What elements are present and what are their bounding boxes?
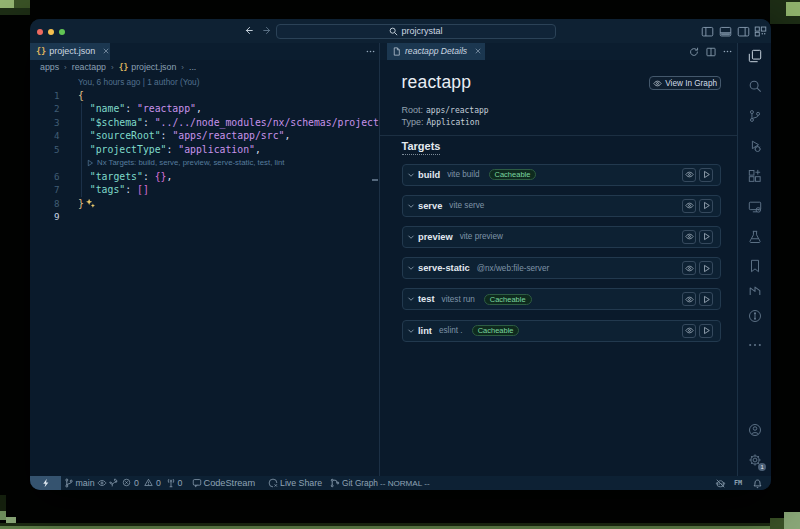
source-control-icon[interactable]: [748, 109, 762, 123]
view-target-button[interactable]: [682, 261, 696, 275]
search-icon[interactable]: [748, 79, 762, 93]
notifications-bell-icon[interactable]: [751, 476, 765, 490]
wallpaper-block: [0, 495, 6, 512]
target-row-preview[interactable]: preview vite preview: [402, 226, 721, 248]
code-line: "tags": []: [78, 183, 379, 197]
code-token: {: [78, 90, 84, 101]
run-debug-icon[interactable]: [748, 139, 762, 153]
testing-icon[interactable]: [748, 230, 762, 244]
view-target-button[interactable]: [682, 292, 696, 306]
additional-views-icon[interactable]: [748, 338, 762, 352]
refresh-icon[interactable]: [689, 47, 699, 57]
nx-targets-codelens[interactable]: Nx Targets: build, serve, preview, serve…: [86, 156, 285, 170]
close-tab-icon[interactable]: [474, 47, 482, 55]
target-row-lint[interactable]: lint eslint . Cacheable: [402, 320, 721, 342]
seedling-icon[interactable]: [109, 478, 119, 488]
target-row-serve[interactable]: serve vite serve: [402, 195, 721, 217]
target-row-test[interactable]: test vitest run Cacheable: [402, 288, 721, 310]
code-token: :: [143, 117, 155, 128]
toggle-panel-icon[interactable]: [719, 25, 732, 38]
view-target-button[interactable]: [682, 324, 696, 338]
code-line: "targets": {},: [78, 170, 379, 184]
project-title: reactapp: [402, 72, 472, 93]
tab-project-json[interactable]: {} project.json: [30, 43, 110, 60]
view-target-button[interactable]: [682, 168, 696, 182]
toggle-primary-sidebar-icon[interactable]: [701, 25, 714, 38]
line-number-active: 9: [30, 210, 60, 224]
breadcrumb-item[interactable]: ...: [189, 62, 196, 72]
project-details-view: reactapp View In Graph Root:apps/reactap…: [380, 60, 738, 477]
command-center-search[interactable]: projcrystal: [276, 24, 556, 39]
git-graph-view-icon[interactable]: [748, 309, 762, 323]
customize-layout-icon[interactable]: [754, 25, 767, 38]
remote-indicator[interactable]: [30, 476, 61, 490]
explorer-icon[interactable]: [748, 49, 762, 63]
tab-reactapp-details[interactable]: reactapp Details: [387, 43, 485, 60]
more-actions-icon[interactable]: [723, 47, 732, 56]
breadcrumb-item[interactable]: project.json: [131, 62, 176, 72]
wallpaper-block: [786, 2, 800, 16]
chevron-down-icon[interactable]: [407, 264, 415, 272]
error-count: 0: [134, 478, 139, 488]
run-target-button[interactable]: [699, 292, 713, 306]
chevron-down-icon[interactable]: [407, 171, 415, 179]
run-target-button[interactable]: [699, 168, 713, 182]
liveshare-status-item[interactable]: Live Share: [268, 476, 322, 490]
code-token: [78, 117, 90, 128]
extensions-icon[interactable]: [748, 169, 762, 183]
split-editor-icon[interactable]: [706, 47, 716, 57]
sparkle-icon[interactable]: [85, 198, 96, 209]
code-editor[interactable]: You, 6 hours ago | 1 author (You) 1 2 3 …: [30, 75, 379, 476]
minimize-window-button[interactable]: [48, 29, 54, 35]
code-token: "application": [178, 144, 255, 155]
cacheable-badge: Cacheable: [472, 325, 520, 337]
chevron-down-icon[interactable]: [407, 202, 415, 210]
run-target-button[interactable]: [699, 261, 713, 275]
target-name: build: [418, 170, 440, 180]
go-back-icon[interactable]: [243, 25, 254, 36]
view-target-button[interactable]: [682, 199, 696, 213]
chevron-down-icon[interactable]: [407, 233, 415, 241]
branch-name: main: [76, 478, 95, 488]
remote-explorer-icon[interactable]: [748, 200, 762, 214]
more-actions-icon[interactable]: [366, 47, 375, 56]
vim-mode-indicator[interactable]: -- NORMAL --: [380, 476, 430, 490]
zoom-window-button[interactable]: [59, 29, 65, 35]
fm-status-icon[interactable]: FM: [731, 476, 745, 490]
close-window-button[interactable]: [37, 29, 43, 35]
ports-status-item[interactable]: 0: [166, 476, 183, 490]
go-forward-icon[interactable]: [262, 25, 273, 36]
breadcrumb-item[interactable]: reactapp: [72, 62, 106, 72]
codestream-status-item[interactable]: CodeStream: [192, 476, 256, 490]
eye-icon: [653, 79, 662, 88]
run-target-button[interactable]: [699, 230, 713, 244]
gitgraph-status-item[interactable]: Git Graph: [330, 476, 378, 490]
close-tab-icon[interactable]: [102, 47, 110, 55]
view-target-button[interactable]: [682, 230, 696, 244]
view-in-graph-button[interactable]: View In Graph: [649, 76, 721, 91]
breadcrumb-item[interactable]: apps: [40, 62, 59, 72]
run-target-button[interactable]: [699, 324, 713, 338]
branch-status-item[interactable]: main: [64, 476, 119, 490]
chevron-down-icon[interactable]: [407, 327, 415, 335]
target-row-build[interactable]: build vite build Cacheable: [402, 164, 721, 186]
line-number: 3: [30, 116, 60, 130]
code-token: :: [143, 171, 155, 182]
code-token: "apps/reactapp/src": [172, 130, 284, 141]
target-name: preview: [418, 232, 453, 242]
problems-status-item[interactable]: 0 0: [122, 476, 161, 490]
play-outline-icon: [86, 159, 94, 167]
chevron-down-icon[interactable]: [407, 295, 415, 303]
toggle-secondary-sidebar-icon[interactable]: [737, 25, 750, 38]
gitlens-blame-annotation[interactable]: You, 6 hours ago | 1 author (You): [78, 77, 199, 87]
accounts-icon[interactable]: [748, 423, 762, 437]
nx-console-icon[interactable]: [748, 284, 762, 298]
vim-mode-label: -- NORMAL --: [380, 479, 430, 488]
code-token: "sourceRoot": [90, 130, 161, 141]
bookmarks-icon[interactable]: [748, 259, 762, 273]
copilot-status-icon[interactable]: [713, 476, 727, 490]
run-target-button[interactable]: [699, 199, 713, 213]
target-row-serve-static[interactable]: serve-static @nx/web:file-server: [402, 257, 721, 279]
eye-icon[interactable]: [97, 478, 107, 488]
tab-bar-left: {} project.json: [30, 43, 379, 60]
